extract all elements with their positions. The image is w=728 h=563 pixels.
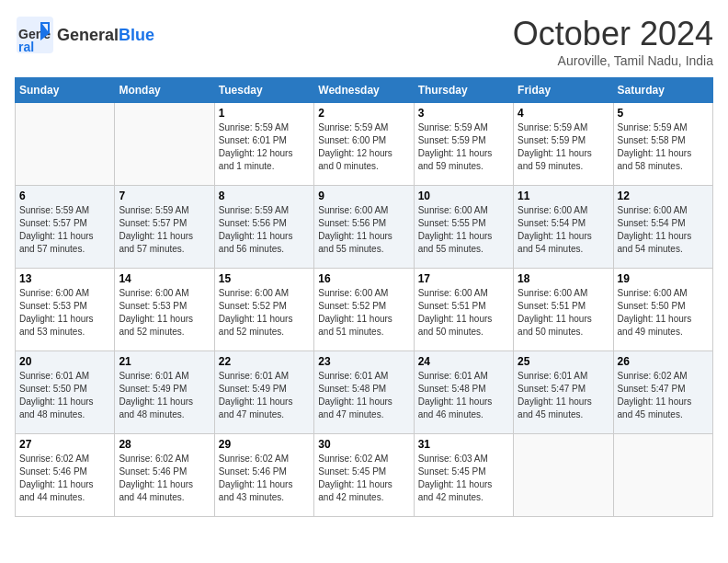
calendar-week-row: 20Sunrise: 6:01 AM Sunset: 5:50 PM Dayli…	[16, 351, 713, 434]
day-number: 2	[318, 107, 409, 120]
calendar-week-row: 6Sunrise: 5:59 AM Sunset: 5:57 PM Daylig…	[16, 186, 713, 269]
day-info: Sunrise: 6:02 AM Sunset: 5:46 PM Dayligh…	[219, 453, 310, 504]
day-number: 5	[618, 107, 709, 120]
day-number: 30	[318, 438, 409, 451]
calendar-cell: 10Sunrise: 6:00 AM Sunset: 5:55 PM Dayli…	[414, 186, 513, 269]
page-header: Gene ral GeneralBlue October 2024 Aurovi…	[15, 15, 713, 68]
calendar-cell: 21Sunrise: 6:01 AM Sunset: 5:49 PM Dayli…	[115, 351, 214, 434]
day-info: Sunrise: 6:00 AM Sunset: 5:51 PM Dayligh…	[518, 287, 609, 339]
calendar-week-row: 27Sunrise: 6:02 AM Sunset: 5:46 PM Dayli…	[16, 434, 713, 517]
day-number: 9	[318, 190, 409, 202]
day-info: Sunrise: 6:00 AM Sunset: 5:54 PM Dayligh…	[518, 204, 609, 256]
day-info: Sunrise: 6:00 AM Sunset: 5:54 PM Dayligh…	[618, 204, 709, 256]
calendar-cell: 12Sunrise: 6:00 AM Sunset: 5:54 PM Dayli…	[613, 186, 712, 269]
day-number: 7	[119, 190, 210, 202]
day-info: Sunrise: 6:01 AM Sunset: 5:47 PM Dayligh…	[518, 370, 609, 421]
day-info: Sunrise: 6:00 AM Sunset: 5:56 PM Dayligh…	[318, 204, 409, 256]
calendar-cell: 29Sunrise: 6:02 AM Sunset: 5:46 PM Dayli…	[214, 434, 313, 517]
day-number: 4	[518, 107, 609, 120]
calendar-cell: 17Sunrise: 6:00 AM Sunset: 5:51 PM Dayli…	[414, 269, 513, 351]
day-number: 24	[418, 355, 509, 368]
calendar-table: SundayMondayTuesdayWednesdayThursdayFrid…	[15, 77, 713, 517]
day-info: Sunrise: 6:01 AM Sunset: 5:49 PM Dayligh…	[119, 370, 210, 421]
day-number: 15	[219, 272, 310, 285]
day-info: Sunrise: 6:00 AM Sunset: 5:53 PM Dayligh…	[119, 287, 210, 339]
calendar-cell: 5Sunrise: 5:59 AM Sunset: 5:58 PM Daylig…	[613, 103, 712, 186]
day-info: Sunrise: 6:01 AM Sunset: 5:49 PM Dayligh…	[219, 370, 310, 421]
calendar-cell	[514, 434, 613, 517]
title-area: October 2024 Auroville, Tamil Nadu, Indi…	[513, 15, 713, 68]
day-number: 10	[418, 190, 509, 202]
day-number: 25	[518, 355, 609, 368]
day-number: 18	[518, 272, 609, 285]
day-number: 27	[19, 438, 110, 451]
calendar-cell: 1Sunrise: 5:59 AM Sunset: 6:01 PM Daylig…	[214, 103, 313, 186]
day-number: 21	[119, 355, 210, 368]
calendar-cell: 20Sunrise: 6:01 AM Sunset: 5:50 PM Dayli…	[16, 351, 115, 434]
location: Auroville, Tamil Nadu, India	[513, 53, 713, 68]
calendar-cell: 9Sunrise: 6:00 AM Sunset: 5:56 PM Daylig…	[314, 186, 414, 269]
day-info: Sunrise: 6:01 AM Sunset: 5:48 PM Dayligh…	[318, 370, 409, 421]
calendar-cell: 22Sunrise: 6:01 AM Sunset: 5:49 PM Dayli…	[214, 351, 313, 434]
calendar-cell: 19Sunrise: 6:00 AM Sunset: 5:50 PM Dayli…	[613, 269, 712, 351]
day-number: 3	[418, 107, 509, 120]
calendar-cell: 28Sunrise: 6:02 AM Sunset: 5:46 PM Dayli…	[115, 434, 214, 517]
calendar-cell: 4Sunrise: 5:59 AM Sunset: 5:59 PM Daylig…	[514, 103, 613, 186]
calendar-cell: 16Sunrise: 6:00 AM Sunset: 5:52 PM Dayli…	[314, 269, 414, 351]
day-info: Sunrise: 6:00 AM Sunset: 5:50 PM Dayligh…	[618, 287, 709, 339]
weekday-header-thursday: Thursday	[414, 78, 513, 103]
day-info: Sunrise: 5:59 AM Sunset: 5:56 PM Dayligh…	[219, 204, 310, 256]
calendar-cell: 3Sunrise: 5:59 AM Sunset: 5:59 PM Daylig…	[414, 103, 513, 186]
weekday-header-saturday: Saturday	[613, 78, 712, 103]
calendar-cell: 23Sunrise: 6:01 AM Sunset: 5:48 PM Dayli…	[314, 351, 414, 434]
day-number: 6	[19, 190, 110, 202]
day-number: 14	[119, 272, 210, 285]
calendar-cell: 11Sunrise: 6:00 AM Sunset: 5:54 PM Dayli…	[514, 186, 613, 269]
weekday-header-monday: Monday	[115, 78, 214, 103]
logo-blue: Blue	[119, 26, 154, 44]
day-info: Sunrise: 6:00 AM Sunset: 5:52 PM Dayligh…	[318, 287, 409, 339]
day-info: Sunrise: 5:59 AM Sunset: 6:01 PM Dayligh…	[219, 121, 310, 173]
day-number: 12	[618, 190, 709, 202]
day-info: Sunrise: 6:03 AM Sunset: 5:45 PM Dayligh…	[418, 453, 509, 504]
calendar-cell: 25Sunrise: 6:01 AM Sunset: 5:47 PM Dayli…	[514, 351, 613, 434]
calendar-week-row: 1Sunrise: 5:59 AM Sunset: 6:01 PM Daylig…	[16, 103, 713, 186]
day-info: Sunrise: 6:00 AM Sunset: 5:52 PM Dayligh…	[219, 287, 310, 339]
calendar-cell: 8Sunrise: 5:59 AM Sunset: 5:56 PM Daylig…	[214, 186, 313, 269]
day-info: Sunrise: 6:01 AM Sunset: 5:50 PM Dayligh…	[19, 370, 110, 421]
svg-text:ral: ral	[18, 40, 34, 54]
calendar-cell: 27Sunrise: 6:02 AM Sunset: 5:46 PM Dayli…	[16, 434, 115, 517]
calendar-week-row: 13Sunrise: 6:00 AM Sunset: 5:53 PM Dayli…	[16, 269, 713, 351]
day-number: 13	[19, 272, 110, 285]
day-info: Sunrise: 5:59 AM Sunset: 6:00 PM Dayligh…	[318, 121, 409, 173]
day-info: Sunrise: 5:59 AM Sunset: 5:58 PM Dayligh…	[618, 121, 709, 173]
calendar-cell: 2Sunrise: 5:59 AM Sunset: 6:00 PM Daylig…	[314, 103, 414, 186]
day-number: 28	[119, 438, 210, 451]
calendar-cell: 31Sunrise: 6:03 AM Sunset: 5:45 PM Dayli…	[414, 434, 513, 517]
calendar-cell: 6Sunrise: 5:59 AM Sunset: 5:57 PM Daylig…	[16, 186, 115, 269]
day-number: 17	[418, 272, 509, 285]
weekday-header-friday: Friday	[514, 78, 613, 103]
weekday-header-sunday: Sunday	[16, 78, 115, 103]
calendar-cell: 7Sunrise: 5:59 AM Sunset: 5:57 PM Daylig…	[115, 186, 214, 269]
day-number: 11	[518, 190, 609, 202]
calendar-cell: 18Sunrise: 6:00 AM Sunset: 5:51 PM Dayli…	[514, 269, 613, 351]
logo: Gene ral GeneralBlue	[15, 15, 154, 55]
calendar-cell	[115, 103, 214, 186]
calendar-cell: 30Sunrise: 6:02 AM Sunset: 5:45 PM Dayli…	[314, 434, 414, 517]
weekday-header-wednesday: Wednesday	[314, 78, 414, 103]
logo-icon: Gene ral	[15, 15, 55, 55]
weekday-header-row: SundayMondayTuesdayWednesdayThursdayFrid…	[16, 78, 713, 103]
day-number: 19	[618, 272, 709, 285]
day-number: 8	[219, 190, 310, 202]
day-info: Sunrise: 6:00 AM Sunset: 5:53 PM Dayligh…	[19, 287, 110, 339]
day-info: Sunrise: 6:02 AM Sunset: 5:45 PM Dayligh…	[318, 453, 409, 504]
day-number: 16	[318, 272, 409, 285]
month-title: October 2024	[513, 15, 713, 53]
day-number: 22	[219, 355, 310, 368]
day-info: Sunrise: 5:59 AM Sunset: 5:57 PM Dayligh…	[119, 204, 210, 256]
day-number: 23	[318, 355, 409, 368]
day-info: Sunrise: 5:59 AM Sunset: 5:57 PM Dayligh…	[19, 204, 110, 256]
day-info: Sunrise: 6:01 AM Sunset: 5:48 PM Dayligh…	[418, 370, 509, 421]
calendar-cell: 13Sunrise: 6:00 AM Sunset: 5:53 PM Dayli…	[16, 269, 115, 351]
